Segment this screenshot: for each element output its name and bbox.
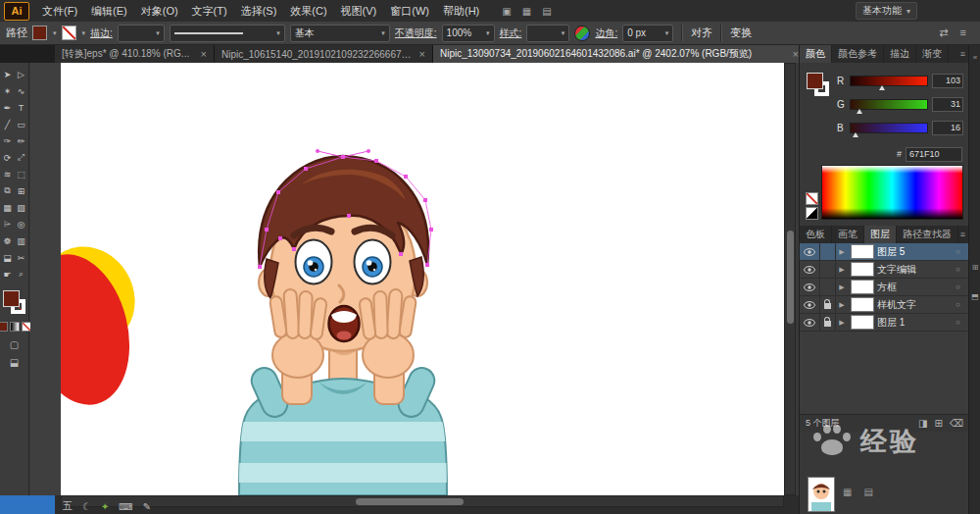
- layer-row[interactable]: ▶图层 5○: [800, 243, 969, 261]
- visibility-toggle[interactable]: [800, 296, 820, 313]
- recolor-artwork-icon[interactable]: [574, 26, 590, 41]
- layer-target-icon[interactable]: ○: [956, 300, 969, 309]
- red-yellow-shape[interactable]: [61, 230, 153, 416]
- bridge-icon[interactable]: ▣: [502, 6, 511, 17]
- visibility-toggle[interactable]: [800, 279, 820, 295]
- arrange-documents-icon[interactable]: ▦: [522, 6, 531, 17]
- artboard-tool[interactable]: ⬓: [1, 249, 15, 266]
- tab-doc-2[interactable]: Nipic_10615140_20191021092322666676.ai*.…: [215, 45, 433, 63]
- star-icon[interactable]: ✦: [101, 501, 109, 512]
- draw-mode-icon[interactable]: ▢: [10, 339, 19, 350]
- hand-tool[interactable]: ☛: [1, 266, 15, 283]
- tab-layers[interactable]: 图层: [864, 226, 897, 243]
- opacity-dropdown[interactable]: 100% ▾: [442, 25, 495, 42]
- delete-layer-button[interactable]: ⌫: [950, 418, 963, 429]
- keyboard-icon[interactable]: ⌨: [119, 501, 132, 512]
- scale-tool[interactable]: ⤢: [15, 149, 28, 166]
- tab-gradient[interactable]: 渐变: [916, 45, 949, 63]
- paintbrush-tool[interactable]: ✑: [1, 132, 15, 149]
- menu-edit[interactable]: 编辑(E): [84, 0, 134, 22]
- hex-value-field[interactable]: 671F10: [906, 147, 962, 162]
- width-tool[interactable]: ≋: [1, 166, 15, 182]
- menu-window[interactable]: 窗口(W): [383, 0, 436, 22]
- rectangle-tool[interactable]: ▭: [15, 116, 28, 132]
- transform-panel-button[interactable]: 变换: [730, 26, 752, 40]
- app-logo-icon[interactable]: Ai: [4, 2, 29, 21]
- menu-select[interactable]: 选择(S): [234, 0, 284, 22]
- fill-stroke-proxy[interactable]: [3, 290, 26, 316]
- align-panel-button[interactable]: 对齐: [691, 26, 712, 40]
- panel-grid-icon[interactable]: ▦: [843, 487, 852, 497]
- lasso-tool[interactable]: ∿: [15, 82, 28, 99]
- type-tool[interactable]: T: [15, 99, 28, 116]
- gradient-button[interactable]: [10, 322, 20, 332]
- mesh-tool[interactable]: ▦: [1, 199, 15, 216]
- pen-tool[interactable]: ✒: [1, 99, 15, 116]
- artboard[interactable]: [61, 63, 784, 495]
- visibility-toggle[interactable]: [800, 261, 820, 278]
- ime-language-icon[interactable]: 五: [63, 499, 73, 513]
- column-graph-tool[interactable]: ▥: [15, 232, 28, 249]
- blend-tool[interactable]: ◎: [15, 216, 28, 232]
- tab-doc-1[interactable]: [转换]eps* @ 410.18% (RG...×: [55, 45, 215, 63]
- expand-triangle-icon[interactable]: ▶: [836, 301, 848, 309]
- new-layer-button[interactable]: ⊞: [934, 418, 942, 429]
- layer-row[interactable]: ▶样机文字○: [800, 296, 969, 314]
- cartoon-boy[interactable]: [235, 156, 451, 495]
- opacity-panel-link[interactable]: 不透明度:: [395, 26, 437, 40]
- layer-row[interactable]: ▶文字编辑○: [800, 261, 969, 279]
- visibility-toggle[interactable]: [800, 314, 820, 331]
- document-layout-icon[interactable]: ▤: [542, 6, 551, 17]
- panel-menu-icon[interactable]: ≡: [960, 49, 965, 59]
- channel-g-value[interactable]: 31: [932, 97, 963, 112]
- channel-b-value[interactable]: 16: [932, 121, 963, 135]
- tab-stroke[interactable]: 描边: [884, 45, 916, 63]
- lock-toggle[interactable]: [820, 279, 836, 295]
- tab-color-guide[interactable]: 颜色参考: [832, 45, 884, 63]
- layer-row[interactable]: ▶方框○: [800, 279, 969, 296]
- control-menu-icon[interactable]: ≡: [960, 26, 966, 39]
- menu-type[interactable]: 文字(T): [185, 0, 234, 22]
- close-icon[interactable]: ×: [419, 48, 425, 60]
- menu-object[interactable]: 对象(O): [134, 0, 185, 22]
- corner-panel-link[interactable]: 边角:: [595, 26, 617, 40]
- tab-doc-3[interactable]: Nipic_13090734_20190602164601432086.ai* …: [433, 45, 807, 63]
- lock-toggle[interactable]: [820, 243, 836, 260]
- lock-toggle[interactable]: [820, 314, 836, 331]
- tab-brushes[interactable]: 画笔: [832, 226, 864, 243]
- collapse-dock-icon[interactable]: «: [969, 53, 980, 62]
- fill-color-swatch[interactable]: [32, 26, 47, 40]
- menu-view[interactable]: 视图(V): [334, 0, 384, 22]
- horizontal-scroll-thumb[interactable]: [356, 498, 464, 505]
- zoom-tool[interactable]: ⌕: [15, 266, 28, 283]
- selection-tool[interactable]: ➤: [1, 66, 15, 82]
- black-white-swatch[interactable]: [806, 207, 818, 220]
- moon-icon[interactable]: ☾: [82, 501, 91, 512]
- symbol-sprayer-tool[interactable]: ☸: [1, 232, 15, 249]
- color-proxy[interactable]: [806, 69, 833, 145]
- layer-target-icon[interactable]: ○: [956, 247, 969, 256]
- corner-value-dropdown[interactable]: 0 px ▾: [622, 25, 673, 42]
- rotate-tool[interactable]: ⟳: [1, 149, 15, 166]
- fill-proxy-swatch[interactable]: [807, 73, 823, 89]
- menu-effect[interactable]: 效果(C): [283, 0, 333, 22]
- magic-wand-tool[interactable]: ✶: [1, 82, 15, 99]
- shape-builder-tool[interactable]: ⧉: [1, 182, 15, 199]
- workspace-switcher[interactable]: 基本功能 ▾: [856, 2, 917, 20]
- none-swatch[interactable]: [806, 192, 818, 205]
- swap-panels-icon[interactable]: ⇄: [939, 26, 948, 39]
- pencil-tool[interactable]: ✏: [15, 132, 28, 149]
- style-dropdown[interactable]: ▾: [526, 25, 569, 42]
- fill-proxy-swatch[interactable]: [3, 290, 20, 307]
- tab-swatches[interactable]: 色板: [800, 226, 832, 243]
- perspective-grid-tool[interactable]: ⊞: [15, 182, 28, 199]
- expand-triangle-icon[interactable]: ▶: [836, 319, 848, 327]
- channel-g-slider[interactable]: [850, 99, 928, 110]
- vertical-scroll-thumb[interactable]: [787, 231, 794, 324]
- eyedropper-tool[interactable]: ⌲: [1, 216, 15, 232]
- gradient-tool[interactable]: ▧: [15, 199, 28, 216]
- none-button[interactable]: [22, 322, 31, 332]
- panel-list-icon[interactable]: ▤: [863, 487, 872, 497]
- stroke-width-dropdown[interactable]: ▾: [118, 25, 165, 42]
- tab-pathfinder[interactable]: 路径查找器: [897, 226, 958, 243]
